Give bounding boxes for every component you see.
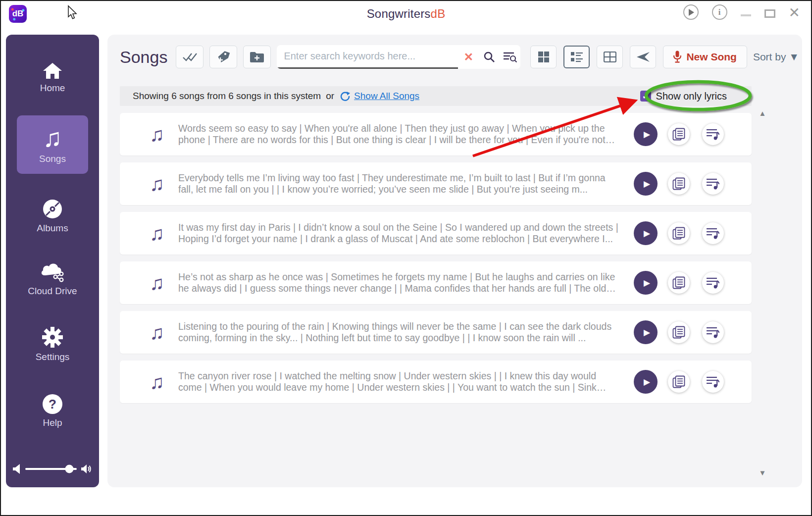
send-icon (636, 51, 650, 63)
volume-low-icon[interactable] (13, 464, 21, 474)
info-icon: i (718, 7, 721, 17)
music-note-icon: ♫ (150, 123, 172, 145)
play-song-button[interactable]: ▶ (634, 370, 658, 394)
show-all-songs-link[interactable]: Show All Songs (354, 91, 419, 102)
select-all-button[interactable] (176, 46, 203, 68)
copy-lyrics-button[interactable] (668, 321, 690, 343)
song-row: ♫ It was my first day in Paris | I didn’… (120, 212, 752, 255)
disc-icon (42, 199, 63, 219)
list-view-button[interactable] (563, 46, 590, 68)
sidebar-item-songs[interactable]: ♫ Songs (17, 115, 88, 174)
song-lyrics: He’s not as sharp as he once was | Somet… (178, 271, 621, 295)
playlist-note-icon (706, 376, 720, 388)
copy-lyrics-button[interactable] (668, 272, 690, 294)
playlist-note-icon (706, 178, 720, 190)
search-input-wrap (277, 45, 458, 69)
song-row: ♫ Listening to the pouring of the rain |… (120, 311, 752, 354)
titlebar-info-button[interactable]: i (712, 4, 727, 20)
minimize-button[interactable] (741, 14, 751, 16)
close-button[interactable]: ✕ (789, 6, 800, 20)
clear-search-button[interactable]: ✕ (458, 45, 479, 69)
song-lyrics: Listening to the pouring of the rain | K… (178, 321, 621, 344)
copy-lyrics-button[interactable] (668, 123, 690, 145)
maximize-button[interactable] (764, 9, 775, 18)
send-button[interactable] (630, 46, 656, 68)
copy-pages-icon (672, 128, 685, 141)
sidebar-item-cloud-drive[interactable]: Cloud Drive (28, 261, 77, 297)
lyrics-list-button[interactable] (702, 123, 724, 145)
page-title: Songs (120, 48, 167, 67)
play-song-button[interactable]: ▶ (634, 172, 658, 196)
sidebar: Home ♫ Songs Albums Cloud Drive (6, 35, 99, 487)
search-input[interactable] (277, 51, 458, 62)
gear-icon (42, 326, 63, 348)
playlist-note-icon (706, 277, 720, 289)
status-bar: Showing 6 songs from 6 songs in this sys… (120, 86, 752, 106)
scroll-down-icon[interactable]: ▼ (755, 468, 770, 477)
song-list: ♫ Words seem so easy to say | When you'r… (120, 113, 752, 410)
copy-lyrics-button[interactable] (668, 371, 690, 393)
volume-slider-knob[interactable] (65, 465, 74, 473)
refresh-icon[interactable] (340, 91, 350, 101)
list-view-icon (570, 52, 583, 62)
song-row: ♫ Words seem so easy to say | When you'r… (120, 113, 752, 155)
volume-control (13, 464, 92, 474)
play-song-button[interactable]: ▶ (634, 320, 658, 344)
advanced-search-button[interactable] (500, 45, 520, 69)
play-song-button[interactable]: ▶ (634, 122, 658, 146)
volume-high-icon[interactable] (81, 464, 92, 474)
song-lyrics: The canyon river rose | I watched the me… (178, 370, 621, 394)
lyrics-list-button[interactable] (702, 222, 724, 244)
sidebar-item-settings[interactable]: Settings (36, 326, 70, 362)
music-note-icon: ♫ (150, 321, 172, 343)
volume-slider[interactable] (25, 468, 77, 470)
add-folder-button[interactable] (243, 46, 271, 68)
grid-view-button[interactable] (530, 46, 557, 68)
titlebar-play-button[interactable] (683, 4, 699, 20)
sort-by-dropdown[interactable]: Sort by ▼ (753, 51, 799, 63)
scroll-up-icon[interactable]: ▲ (755, 109, 770, 117)
table-view-button[interactable] (597, 46, 623, 68)
copy-pages-icon (672, 276, 685, 289)
music-note-icon: ♫ (150, 173, 172, 195)
playlist-note-icon (706, 326, 720, 338)
sidebar-item-help[interactable]: ? Help (43, 394, 62, 428)
play-icon: ▶ (644, 377, 650, 387)
lyrics-list-button[interactable] (702, 321, 724, 343)
or-text: or (326, 91, 334, 102)
show-only-lyrics-checkbox[interactable]: ✓ (640, 91, 651, 102)
song-row: ♫ The canyon river rose | I watched the … (120, 361, 752, 403)
tag-plus-icon (216, 50, 230, 64)
sidebar-item-home[interactable]: Home (40, 62, 65, 94)
showing-count-text: Showing 6 songs from 6 songs in this sys… (133, 91, 321, 102)
sidebar-item-albums[interactable]: Albums (37, 199, 68, 234)
window-controls: i ✕ (683, 4, 800, 20)
sidebar-item-label: Home (40, 83, 65, 94)
copy-lyrics-button[interactable] (668, 173, 690, 195)
song-lyrics: Words seem so easy to say | When you're … (178, 123, 621, 146)
lyrics-list-button[interactable] (702, 272, 724, 294)
copy-lyrics-button[interactable] (668, 222, 690, 244)
folder-plus-icon (250, 51, 264, 63)
music-note-icon: ♫ (150, 222, 172, 244)
copy-pages-icon (672, 227, 685, 240)
songs-header: Songs ✕ (120, 45, 799, 69)
show-only-lyrics-toggle[interactable]: ✓ Show only lyrics (640, 91, 739, 102)
play-icon: ▶ (644, 228, 650, 239)
play-song-button[interactable]: ▶ (634, 271, 658, 295)
copy-pages-icon (672, 375, 685, 388)
new-song-button[interactable]: New Song (663, 46, 747, 68)
clear-icon: ✕ (464, 51, 473, 64)
search-button[interactable] (479, 45, 500, 69)
lyrics-list-button[interactable] (702, 371, 724, 393)
main-panel: Songs ✕ (107, 35, 802, 487)
home-icon (43, 62, 62, 79)
app-logo-icon: dB (9, 5, 27, 23)
music-note-icon: ♫ (43, 125, 62, 150)
lyrics-list-button[interactable] (702, 173, 724, 195)
check-icon: ✓ (642, 92, 649, 101)
play-song-button[interactable]: ▶ (634, 221, 658, 245)
show-only-lyrics-label: Show only lyrics (656, 91, 727, 102)
song-row: ♫ He’s not as sharp as he once was | Som… (120, 261, 752, 304)
add-tag-button[interactable] (209, 46, 237, 68)
